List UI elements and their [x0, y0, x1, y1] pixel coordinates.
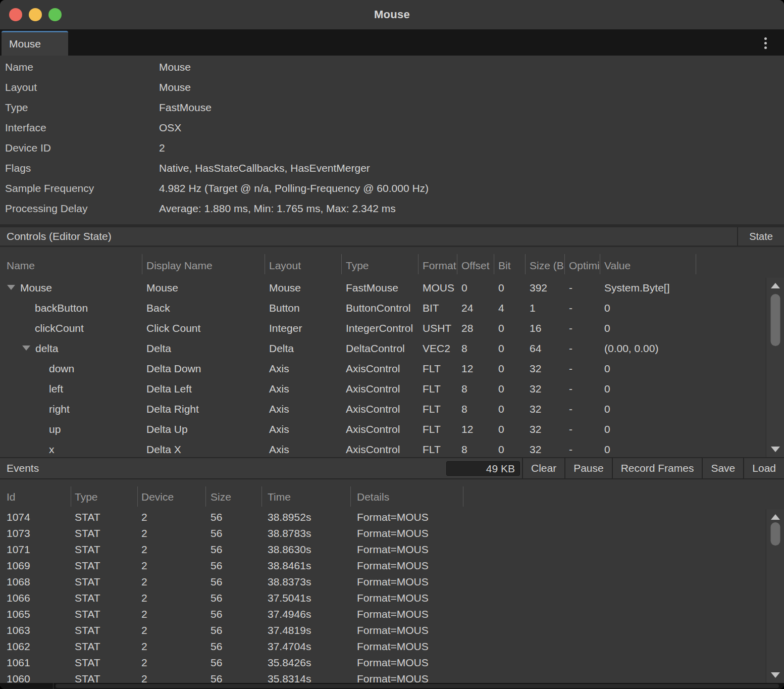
minimize-window-button[interactable] [29, 8, 42, 21]
scrollbar-thumb[interactable] [56, 684, 779, 688]
event-row[interactable]: 1074STAT25638.8952sFormat=MOUS [0, 509, 784, 525]
event-row[interactable]: 1062STAT25637.4704sFormat=MOUS [0, 638, 784, 655]
column-header-bit[interactable]: Bit [494, 247, 525, 278]
controls-row[interactable]: deltaDeltaDeltaDeltaControlVEC28064-(0.0… [0, 338, 784, 359]
cell-optimized: - [564, 338, 600, 359]
device-info-row: LayoutMouse [0, 77, 784, 97]
cell-type: IntegerControl [341, 318, 418, 338]
cell-id: 1062 [0, 638, 71, 655]
input-debugger-window: Mouse Mouse NameMouseLayoutMouseTypeFast… [0, 0, 784, 689]
close-window-button[interactable] [9, 8, 22, 21]
cell-filler [463, 638, 784, 655]
scroll-down-arrow-icon[interactable] [771, 447, 780, 452]
state-button[interactable]: State [737, 227, 784, 245]
column-header-display-name[interactable]: Display Name [142, 247, 265, 278]
controls-row[interactable]: clickCountClick CountIntegerIntegerContr… [0, 318, 784, 338]
scrollbar-thumb[interactable] [770, 294, 780, 346]
cell-offset: 12 [457, 419, 494, 439]
cell-type: STAT [71, 558, 137, 574]
column-header-time[interactable]: Time [262, 479, 350, 509]
cell-layout: Mouse [265, 278, 341, 298]
event-row[interactable]: 1071STAT25638.8630sFormat=MOUS [0, 542, 784, 558]
scrollbar-divider [53, 683, 54, 689]
column-header-type[interactable]: Type [341, 247, 418, 278]
cell-device: 2 [137, 638, 205, 655]
cell-bit: 0 [494, 399, 525, 419]
cell-name: left [0, 379, 142, 399]
title-bar[interactable]: Mouse [0, 0, 784, 30]
clear-button[interactable]: Clear [522, 458, 564, 478]
cell-device: 2 [137, 606, 205, 622]
record-frames-button[interactable]: Record Frames [612, 458, 702, 478]
cell-display: Mouse [142, 278, 265, 298]
column-header-optimized[interactable]: Optimized [564, 247, 600, 278]
foldout-triangle-icon[interactable] [7, 285, 15, 290]
controls-row[interactable]: backButtonBackButtonButtonControlBIT2441… [0, 298, 784, 318]
cell-bit: 0 [494, 318, 525, 338]
event-row[interactable]: 1065STAT25637.4946sFormat=MOUS [0, 606, 784, 622]
column-header-device[interactable]: Device [137, 479, 205, 509]
event-row[interactable]: 1069STAT25638.8461sFormat=MOUS [0, 558, 784, 574]
device-info-panel: NameMouseLayoutMouseTypeFastMouseInterfa… [0, 56, 784, 224]
event-row[interactable]: 1063STAT25637.4819sFormat=MOUS [0, 622, 784, 638]
column-header-size[interactable]: Size [205, 479, 262, 509]
controls-row[interactable]: xDelta XAxisAxisControlFLT8032-0 [0, 439, 784, 457]
cell-time: 35.8426s [262, 655, 350, 671]
event-row[interactable]: 1061STAT25635.8426sFormat=MOUS [0, 655, 784, 671]
events-scrollbar[interactable] [766, 509, 784, 683]
zoom-window-button[interactable] [48, 8, 62, 21]
event-row[interactable]: 1066STAT25637.5041sFormat=MOUS [0, 590, 784, 606]
cell-size: 56 [205, 606, 262, 622]
kebab-menu-icon[interactable] [760, 35, 771, 51]
cell-name: delta [0, 338, 142, 359]
controls-row[interactable]: downDelta DownAxisAxisControlFLT12032-0 [0, 359, 784, 379]
device-info-row: Device ID2 [0, 138, 784, 158]
column-header-type[interactable]: Type [71, 479, 137, 509]
tab-mouse[interactable]: Mouse [2, 31, 68, 56]
cell-details: Format=MOUS [350, 509, 463, 525]
event-row[interactable]: 1068STAT25638.8373sFormat=MOUS [0, 574, 784, 590]
scroll-up-arrow-icon[interactable] [771, 514, 780, 520]
scroll-up-arrow-icon[interactable] [771, 283, 780, 288]
cell-format: FLT [418, 359, 457, 379]
cell-size: 1 [525, 298, 564, 318]
column-header-value[interactable]: Value [600, 247, 696, 278]
controls-row[interactable]: upDelta UpAxisAxisControlFLT12032-0 [0, 419, 784, 439]
info-label: Layout [0, 81, 159, 93]
pause-button[interactable]: Pause [564, 458, 612, 478]
controls-row[interactable]: rightDelta RightAxisAxisControlFLT8032-0 [0, 399, 784, 419]
column-header-id[interactable]: Id [0, 479, 71, 509]
column-header-format[interactable]: Format [418, 247, 457, 278]
cell-size: 56 [205, 590, 262, 606]
cell-format: MOUS [418, 278, 457, 298]
cell-time: 38.8373s [262, 574, 350, 590]
save-button[interactable]: Save [702, 458, 743, 478]
event-row[interactable]: 1060STAT25635.8314sFormat=MOUS [0, 671, 784, 683]
controls-row[interactable]: MouseMouseMouseFastMouseMOUS00392-System… [0, 278, 784, 298]
scroll-down-arrow-icon[interactable] [771, 672, 780, 678]
device-info-row: TypeFastMouse [0, 97, 784, 118]
foldout-triangle-icon[interactable] [22, 346, 30, 351]
cell-id: 1061 [0, 655, 71, 671]
info-value: FastMouse [159, 102, 212, 114]
info-label: Device ID [0, 142, 159, 154]
cell-details: Format=MOUS [350, 558, 463, 574]
load-button[interactable]: Load [743, 458, 784, 478]
scrollbar-thumb[interactable] [770, 522, 780, 546]
column-header-details[interactable]: Details [350, 479, 463, 509]
column-header-size-bits[interactable]: Size (Bits) [525, 247, 564, 278]
event-row[interactable]: 1073STAT25638.8783sFormat=MOUS [0, 525, 784, 542]
cell-size: 56 [205, 622, 262, 638]
cell-filler [463, 622, 784, 638]
cell-name: Mouse [0, 278, 142, 298]
column-header-layout[interactable]: Layout [265, 247, 341, 278]
cell-type: STAT [71, 671, 137, 683]
controls-row[interactable]: leftDelta LeftAxisAxisControlFLT8032-0 [0, 379, 784, 399]
column-header-offset[interactable]: Offset [457, 247, 494, 278]
cell-time: 38.8630s [262, 542, 350, 558]
cell-offset: 24 [457, 298, 494, 318]
controls-scrollbar[interactable] [766, 278, 784, 457]
column-header-name[interactable]: Name [0, 247, 142, 278]
horizontal-scrollbar[interactable] [0, 683, 784, 689]
cell-filler [463, 655, 784, 671]
